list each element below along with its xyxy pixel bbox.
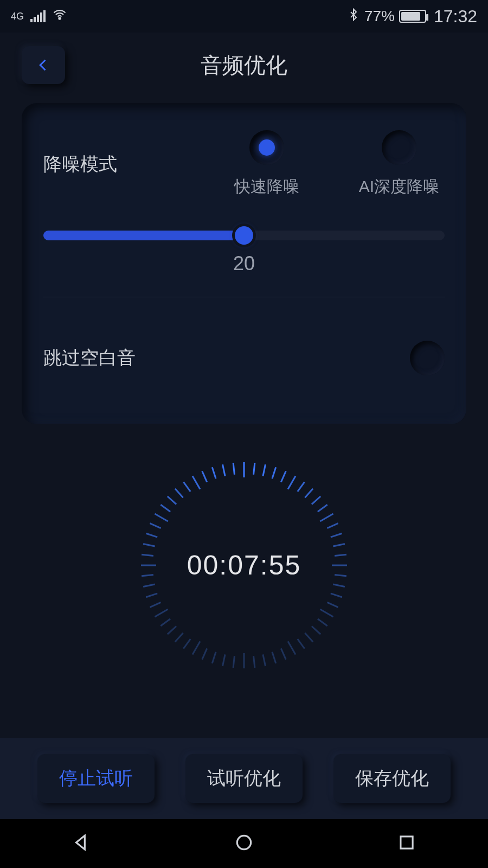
battery-pct: 77% — [364, 8, 395, 25]
radio-fast-noise[interactable] — [249, 130, 284, 165]
bluetooth-icon — [347, 8, 360, 25]
settings-card: 降噪模式 快速降噪 AI深度降噪 20 跳过空白音 — [22, 103, 466, 424]
svg-point-2 — [237, 835, 251, 849]
clock: 17:32 — [434, 7, 477, 27]
radio-ai-noise[interactable] — [382, 130, 416, 165]
network-label: 4G — [11, 11, 24, 21]
nav-back-icon[interactable] — [71, 832, 92, 855]
radio-fast-label: 快速降噪 — [234, 176, 299, 198]
signal-icon — [30, 10, 46, 22]
skip-silence-label: 跳过空白音 — [43, 346, 136, 371]
radio-ai-label: AI深度降噪 — [359, 176, 439, 198]
timer-text: 00:07:55 — [141, 462, 347, 668]
slider-thumb[interactable] — [235, 226, 253, 245]
slider-value: 20 — [43, 252, 445, 275]
back-button[interactable] — [22, 46, 65, 84]
status-bar: 4G 77% 17:32 — [0, 0, 488, 33]
svg-marker-1 — [76, 835, 85, 849]
wifi-icon — [52, 7, 67, 26]
nav-recent-icon[interactable] — [396, 832, 417, 855]
skip-silence-toggle[interactable] — [410, 341, 445, 375]
bottom-bar: 停止试听 试听优化 保存优化 — [0, 738, 488, 819]
noise-slider[interactable] — [43, 231, 445, 240]
preview-optimize-button[interactable]: 试听优化 — [185, 754, 303, 803]
timer-dial: 00:07:55 — [0, 462, 488, 668]
battery-icon — [399, 10, 426, 23]
stop-preview-button[interactable]: 停止试听 — [37, 754, 155, 803]
chevron-left-icon — [36, 58, 51, 73]
nav-home-icon[interactable] — [234, 832, 254, 855]
svg-point-0 — [59, 17, 60, 19]
system-nav-bar — [0, 819, 488, 868]
app-header: 音频优化 — [0, 33, 488, 98]
noise-mode-label: 降噪模式 — [43, 152, 157, 177]
save-optimize-button[interactable]: 保存优化 — [333, 754, 451, 803]
page-title: 音频优化 — [201, 50, 287, 80]
svg-rect-3 — [401, 837, 413, 848]
